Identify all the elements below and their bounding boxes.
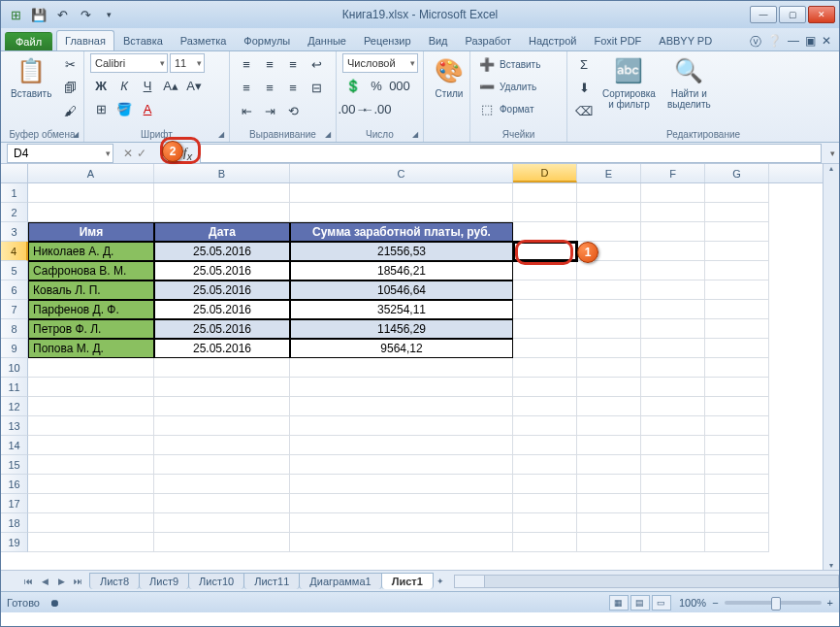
cell-E10[interactable] <box>577 358 641 378</box>
cell-F16[interactable] <box>641 475 705 494</box>
cell-C4[interactable]: 21556,53 <box>290 242 513 261</box>
border-icon[interactable]: ⊞ <box>90 98 112 119</box>
tab-layout[interactable]: Разметка <box>172 30 236 50</box>
align-top-icon[interactable]: ≡ <box>236 53 257 75</box>
copy-icon[interactable]: 🗐 <box>59 77 81 98</box>
cell-F15[interactable] <box>641 455 705 475</box>
cell-C1[interactable] <box>290 183 513 203</box>
decrease-font-icon[interactable]: A▾ <box>183 75 205 96</box>
tab-review[interactable]: Рецензир <box>355 30 420 50</box>
vertical-scrollbar[interactable] <box>823 164 839 570</box>
row-header-7[interactable]: 7 <box>1 300 28 319</box>
cell-E7[interactable] <box>577 300 641 319</box>
excel-icon[interactable]: ⊞ <box>5 5 26 24</box>
cell-G4[interactable] <box>705 242 769 261</box>
row-header-19[interactable]: 19 <box>1 533 28 552</box>
cell-F6[interactable] <box>641 280 705 300</box>
cell-G11[interactable] <box>705 378 769 397</box>
merge-icon[interactable]: ⊟ <box>306 77 327 98</box>
italic-icon[interactable]: К <box>113 75 135 96</box>
cell-F3[interactable] <box>641 222 705 242</box>
font-size-combo[interactable]: 11 <box>170 53 205 73</box>
cell-A8[interactable]: Петров Ф. Л. <box>28 319 154 339</box>
cell-F11[interactable] <box>641 378 705 397</box>
fill-icon[interactable]: ⬇ <box>573 77 595 98</box>
comma-icon[interactable]: 000 <box>389 75 410 96</box>
formula-input[interactable] <box>200 144 822 163</box>
row-header-17[interactable]: 17 <box>1 494 28 513</box>
cell-F19[interactable] <box>641 533 705 552</box>
cell-D15[interactable] <box>513 455 577 475</box>
cell-A16[interactable] <box>28 475 154 494</box>
cell-G2[interactable] <box>705 203 769 222</box>
undo-icon[interactable]: ↶ <box>51 5 73 24</box>
sheet-tab-Лист1[interactable]: Лист1 <box>381 573 434 589</box>
indent-increase-icon[interactable]: ⇥ <box>259 100 280 121</box>
cell-F13[interactable] <box>641 416 705 436</box>
cell-A9[interactable]: Попова М. Д. <box>28 339 154 358</box>
cell-E12[interactable] <box>577 397 641 416</box>
cell-E11[interactable] <box>577 378 641 397</box>
cell-D2[interactable] <box>513 203 577 222</box>
cell-C8[interactable]: 11456,29 <box>290 319 513 339</box>
cell-A18[interactable] <box>28 513 154 533</box>
decrease-decimal-icon[interactable]: ←.00 <box>366 98 387 119</box>
cell-E6[interactable] <box>577 280 641 300</box>
name-box[interactable]: D4 <box>7 144 113 163</box>
cell-A10[interactable] <box>28 358 154 378</box>
cell-B12[interactable] <box>154 397 290 416</box>
cell-D8[interactable] <box>513 319 577 339</box>
cell-B2[interactable] <box>154 203 290 222</box>
cell-A5[interactable]: Сафронова В. М. <box>28 261 154 280</box>
cell-D17[interactable] <box>513 494 577 513</box>
cell-C19[interactable] <box>290 533 513 552</box>
cell-D6[interactable] <box>513 280 577 300</box>
col-header-C[interactable]: C <box>290 164 513 182</box>
cell-B19[interactable] <box>154 533 290 552</box>
cell-A3[interactable]: Имя <box>28 222 154 242</box>
cell-C10[interactable] <box>290 358 513 378</box>
cell-B13[interactable] <box>154 416 290 436</box>
help-icon[interactable]: ❔ <box>767 34 782 50</box>
cell-C13[interactable] <box>290 416 513 436</box>
cell-B15[interactable] <box>154 455 290 475</box>
maximize-button[interactable]: ▢ <box>779 6 806 23</box>
cell-G1[interactable] <box>705 183 769 203</box>
col-header-B[interactable]: B <box>154 164 290 182</box>
cell-A11[interactable] <box>28 378 154 397</box>
indent-decrease-icon[interactable]: ⇤ <box>236 100 257 121</box>
cell-A17[interactable] <box>28 494 154 513</box>
enter-formula-icon[interactable]: ✓ <box>137 147 146 160</box>
tab-data[interactable]: Данные <box>299 30 355 50</box>
horizontal-scrollbar[interactable] <box>454 575 839 588</box>
cell-B10[interactable] <box>154 358 290 378</box>
autosum-icon[interactable]: Σ <box>573 53 595 75</box>
normal-view-icon[interactable]: ▦ <box>609 595 629 610</box>
row-header-2[interactable]: 2 <box>1 203 28 222</box>
align-center-icon[interactable]: ≡ <box>259 77 280 98</box>
cell-D1[interactable] <box>513 183 577 203</box>
cell-C12[interactable] <box>290 397 513 416</box>
cell-A15[interactable] <box>28 455 154 475</box>
cell-C15[interactable] <box>290 455 513 475</box>
align-right-icon[interactable]: ≡ <box>282 77 304 98</box>
cell-B16[interactable] <box>154 475 290 494</box>
cell-C16[interactable] <box>290 475 513 494</box>
cell-G6[interactable] <box>705 280 769 300</box>
align-left-icon[interactable]: ≡ <box>236 77 257 98</box>
find-select-button[interactable]: 🔍 Найти и выделить <box>663 53 715 112</box>
tab-formulas[interactable]: Формулы <box>235 30 299 50</box>
cell-G15[interactable] <box>705 455 769 475</box>
cell-G14[interactable] <box>705 436 769 455</box>
number-dialog-launcher[interactable]: ◢ <box>409 128 421 140</box>
orientation-icon[interactable]: ⟲ <box>282 100 304 121</box>
cell-C9[interactable]: 9564,12 <box>290 339 513 358</box>
cell-C6[interactable]: 10546,64 <box>290 280 513 300</box>
cell-G17[interactable] <box>705 494 769 513</box>
minimize-ribbon-icon[interactable]: ⓥ <box>750 34 761 50</box>
col-header-F[interactable]: F <box>641 164 705 182</box>
tab-addins[interactable]: Надстрой <box>520 30 585 50</box>
cell-E17[interactable] <box>577 494 641 513</box>
tab-file[interactable]: Файл <box>5 32 52 50</box>
cell-B18[interactable] <box>154 513 290 533</box>
